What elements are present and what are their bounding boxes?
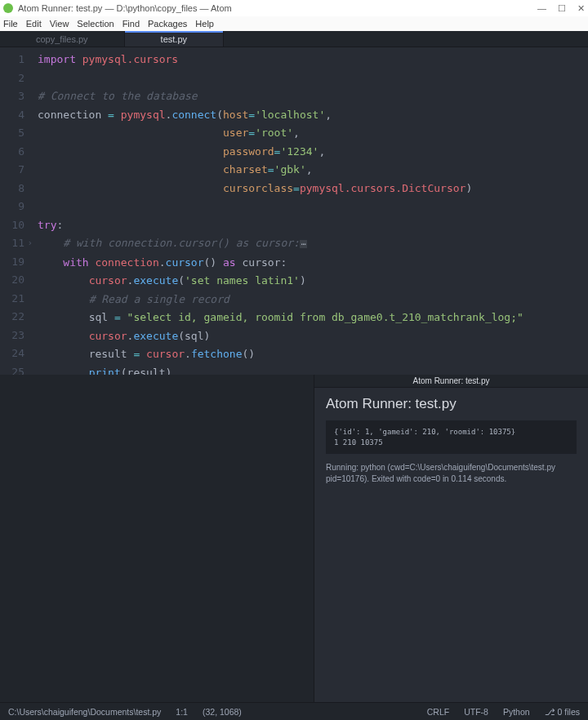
status-filepath[interactable]: C:\Users\chaiguifeng\Documents\test.py bbox=[8, 707, 161, 717]
tab-test[interactable]: test.py bbox=[125, 31, 224, 47]
menu-edit[interactable]: Edit bbox=[26, 19, 42, 29]
status-selection: (32, 1068) bbox=[203, 707, 242, 717]
atom-runner-pane: Atom Runner: test.py Atom Runner: test.p… bbox=[314, 375, 588, 702]
atom-app-icon bbox=[3, 3, 13, 13]
tab-label: test.py bbox=[161, 34, 187, 44]
line-number-gutter: 1234567891011192021222324252627282930313… bbox=[0, 47, 29, 375]
tab-copy-files[interactable]: copy_files.py bbox=[0, 31, 125, 47]
menu-find[interactable]: Find bbox=[122, 19, 140, 29]
window-controls: — ☐ ✕ bbox=[537, 3, 585, 14]
status-git-files[interactable]: ⎇ 0 files bbox=[545, 707, 580, 717]
tab-label: copy_files.py bbox=[36, 34, 88, 44]
status-eol[interactable]: CRLF bbox=[427, 707, 449, 717]
window-title: Atom Runner: test.py — D:\python\copy_fi… bbox=[18, 3, 537, 13]
status-language[interactable]: Python bbox=[503, 707, 530, 717]
code-content[interactable]: import pymysql.cursors # Connect to the … bbox=[29, 47, 588, 375]
minimize-button[interactable]: — bbox=[537, 3, 546, 14]
bottom-panes: Atom Runner: test.py Atom Runner: test.p… bbox=[0, 375, 588, 702]
editor-area: 1234567891011192021222324252627282930313… bbox=[0, 47, 588, 375]
menu-help[interactable]: Help bbox=[195, 19, 214, 29]
menu-view[interactable]: View bbox=[50, 19, 69, 29]
maximize-button[interactable]: ☐ bbox=[558, 3, 566, 14]
status-bar: C:\Users\chaiguifeng\Documents\test.py 1… bbox=[0, 702, 588, 720]
runner-body: Atom Runner: test.py {'id': 1, 'gameid':… bbox=[314, 388, 588, 493]
runner-status: Running: python (cwd=C:\Users\chaiguifen… bbox=[326, 462, 577, 485]
window-titlebar: Atom Runner: test.py — D:\python\copy_fi… bbox=[0, 0, 588, 16]
runner-title: Atom Runner: test.py bbox=[326, 396, 577, 412]
close-button[interactable]: ✕ bbox=[577, 3, 585, 14]
status-cursor-position[interactable]: 1:1 bbox=[176, 707, 188, 717]
menu-selection[interactable]: Selection bbox=[77, 19, 114, 29]
runner-tab-label[interactable]: Atom Runner: test.py bbox=[314, 375, 588, 388]
runner-output: {'id': 1, 'gameid': 210, 'roomid': 10375… bbox=[326, 420, 577, 454]
tab-bar: copy_files.py test.py bbox=[0, 31, 588, 47]
menubar: File Edit View Selection Find Packages H… bbox=[0, 16, 588, 31]
menu-file[interactable]: File bbox=[3, 19, 18, 29]
status-encoding[interactable]: UTF-8 bbox=[464, 707, 488, 717]
bottom-left-pane bbox=[0, 375, 314, 702]
menu-packages[interactable]: Packages bbox=[148, 19, 187, 29]
